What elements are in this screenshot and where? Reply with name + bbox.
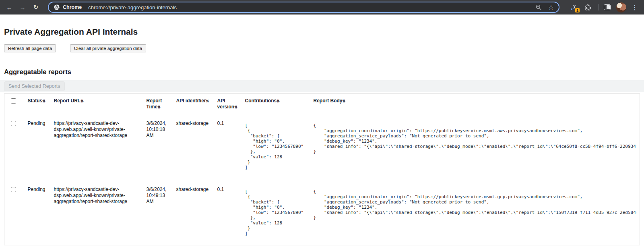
header-report-url[interactable]: Report URL⇅ [51,94,143,113]
sort-icon: ⇅ [343,99,346,103]
sort-icon: ⇅ [42,99,45,103]
section-title: Aggregatable reports [4,68,644,76]
page-actions: Refresh all page data Clear all private … [4,44,644,53]
header-report-body[interactable]: Report Body⇅ [310,94,640,113]
report-body-json: { "aggregation_coordinator_origin": "htt… [314,189,637,220]
sort-icon: ⇅ [234,105,237,109]
row-checkbox[interactable] [11,187,16,192]
contributions-json: [ { "bucket": { "high": "0", "low": "123… [245,123,307,170]
table-header-row: Status⇅ Report URL⇅ Report Time⇅ API ide… [4,94,640,113]
chrome-chip-label: Chrome [63,4,82,10]
screenshot-extension-button[interactable]: ✂ 1 [569,2,580,12]
cell-contributions: [ { "bucket": { "high": "0", "low": "123… [242,179,310,245]
bookmark-star-icon[interactable]: ☆ [548,4,554,11]
cell-report-url: https://privacy-sandcastle-dev-dsp.web.a… [51,179,143,245]
chrome-logo-icon [54,4,60,10]
cell-report-body: { "aggregation_coordinator_origin": "htt… [310,179,640,245]
header-api-version[interactable]: API version⇅ [214,94,242,113]
header-status[interactable]: Status⇅ [25,94,51,113]
profile-avatar[interactable] [616,2,626,12]
table-row: Pending https://privacy-sandcastle-dev-d… [4,179,640,245]
cell-report-time: 3/6/2024, 10:49:13 AM [143,179,173,245]
row-checkbox[interactable] [11,121,16,126]
send-selected-reports-button[interactable]: Send Selected Reports [4,81,65,91]
cell-contributions: [ { "bucket": { "high": "0", "low": "123… [242,113,310,179]
header-contributions[interactable]: Contributions⇅ [242,94,310,113]
cell-api-version: 0.1 [214,179,242,245]
browser-menu-button[interactable]: ⋮ [630,2,640,12]
extension-badge: 1 [575,8,580,13]
sort-icon: ⇅ [157,105,161,109]
toolbar-right-cluster: ✂ 1 ⋮ [566,2,640,12]
refresh-all-button[interactable]: Refresh all page data [4,44,56,52]
report-body-json: { "aggregation_coordinator_origin": "htt… [314,123,637,154]
cell-report-body: { "aggregation_coordinator_origin": "htt… [310,113,640,179]
three-dot-icon: ⋮ [632,4,638,11]
send-reports-toolbar: Send Selected Reports [0,80,644,92]
forward-icon: → [20,4,26,11]
contributions-json: [ { "bucket": { "high": "0", "low": "123… [245,189,307,236]
side-panel-icon [604,4,611,10]
clear-all-button[interactable]: Clear all private aggregation data [70,44,146,52]
url-bar[interactable]: Chrome chrome://private-aggregation-inte… [48,2,559,13]
sort-icon: ⇅ [80,99,84,103]
side-panel-button[interactable] [602,2,612,12]
page-title: Private Aggregation API Internals [4,27,644,37]
header-report-time[interactable]: Report Time⇅ [143,94,173,113]
cell-report-url: https://privacy-sandcastle-dev-dsp.web.a… [51,113,143,179]
chrome-page-chip: Chrome [54,4,82,10]
url-text[interactable]: chrome://private-aggregation-internals [88,4,528,10]
cell-api-identifier: shared-storage [173,179,214,245]
header-api-identifier[interactable]: API identifier⇅ [173,94,214,113]
toolbar-separator [598,4,599,10]
back-icon: ← [6,4,12,11]
back-button[interactable]: ← [4,2,14,12]
scissors-blue-dot [571,8,572,10]
cell-status: Pending [25,179,51,245]
table-row: Pending https://privacy-sandcastle-dev-d… [4,113,640,179]
browser-toolbar: ← → ↻ Chrome chrome://private-aggregatio… [0,0,644,15]
cell-report-time: 3/6/2024, 10:10:18 AM [143,113,173,179]
puzzle-icon [584,4,592,11]
sort-icon: ⇅ [277,99,280,103]
sort-icon: ⇅ [206,99,209,103]
extensions-button[interactable] [583,2,593,12]
cell-status: Pending [25,113,51,179]
zoom-icon[interactable] [535,4,542,10]
reload-icon: ↻ [33,4,39,11]
cell-api-version: 0.1 [214,113,242,179]
forward-button[interactable]: → [17,2,28,12]
reload-button[interactable]: ↻ [31,2,41,12]
cell-api-identifier: shared-storage [173,113,214,179]
select-all-checkbox[interactable] [11,98,16,104]
aggregatable-reports-table: Status⇅ Report URL⇅ Report Time⇅ API ide… [4,93,640,245]
